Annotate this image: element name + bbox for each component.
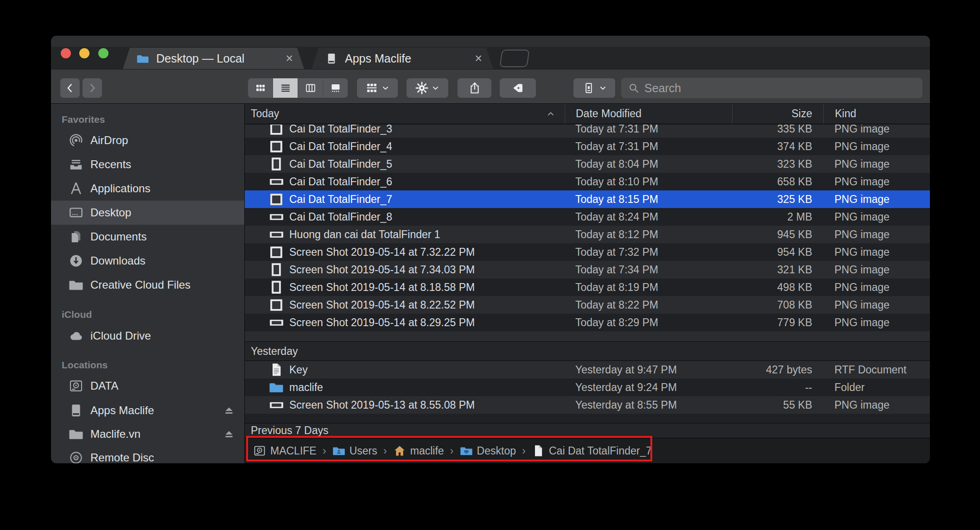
- table-row[interactable]: Screen Shot 2019-05-14 at 7.34.03 PM Tod…: [245, 261, 930, 278]
- close-tab-icon[interactable]: ×: [286, 52, 293, 65]
- table-row[interactable]: Cai Dat TotalFinder_6 Today at 8:10 PM 6…: [245, 173, 930, 190]
- back-button[interactable]: [60, 78, 80, 98]
- sidebar-item-desktop[interactable]: Desktop: [51, 201, 244, 225]
- table-row[interactable]: Screen Shot 2019-05-14 at 7.32.22 PM Tod…: [245, 243, 930, 261]
- group-header-today: Today: [251, 107, 279, 120]
- sidebar-item-maclife-vn[interactable]: Maclife.vn: [51, 422, 244, 446]
- action-menu-button[interactable]: [407, 78, 448, 98]
- file-thumbnail-icon: [269, 157, 284, 171]
- breadcrumb-desktop[interactable]: Desktop: [460, 444, 516, 457]
- drive-icon: [325, 52, 338, 65]
- internal-drive-icon: [68, 379, 84, 393]
- gallery-view-button[interactable]: [323, 78, 348, 98]
- breadcrumb-home[interactable]: maclife: [393, 444, 444, 457]
- table-row[interactable]: maclife Yesterday at 9:24 PM -- Folder: [245, 379, 930, 396]
- share-icon: [468, 82, 481, 95]
- forward-icon: [87, 82, 98, 94]
- file-thumbnail-icon: [269, 398, 284, 412]
- folder-icon: [68, 278, 84, 292]
- column-header-size[interactable]: Size: [732, 104, 823, 124]
- zoom-window-button[interactable]: [98, 48, 108, 58]
- table-row[interactable]: Key Yesterday at 9:47 PM 427 bytes RTF D…: [245, 361, 930, 379]
- document-icon: [532, 444, 545, 457]
- sidebar-item-data[interactable]: DATA: [51, 374, 244, 398]
- breadcrumb-separator: ›: [522, 444, 526, 457]
- sidebar-section-locations: Locations: [62, 360, 108, 371]
- desktop-icon: [68, 205, 84, 220]
- table-row[interactable]: Screen Shot 2019-05-14 at 8.22.52 PM Tod…: [245, 296, 930, 314]
- sidebar-item-apps-maclife[interactable]: Apps Maclife: [51, 398, 244, 423]
- applications-icon: [68, 181, 84, 196]
- sidebar-item-label: AirDrop: [90, 134, 235, 147]
- sidebar-item-label: Applications: [90, 182, 235, 195]
- sidebar-item-label: Remote Disc: [90, 451, 235, 463]
- sidebar-item-creative-cloud-files[interactable]: Creative Cloud Files: [51, 273, 244, 297]
- sidebar-item-documents[interactable]: Documents: [51, 225, 244, 249]
- table-row[interactable]: Huong dan cai dat TotalFinder 1 Today at…: [245, 226, 930, 243]
- search-icon: [628, 82, 639, 94]
- path-bar: MACLIFE › Users › maclife › Desktop › Ca…: [245, 438, 930, 463]
- file-thumbnail-icon: [269, 174, 284, 189]
- table-row[interactable]: Cai Dat TotalFinder_4 Today at 7:31 PM 3…: [245, 138, 930, 155]
- documents-icon: [68, 229, 84, 244]
- home-icon: [393, 444, 406, 457]
- finder-window: Desktop — Local × Apps Maclife ×: [51, 36, 930, 463]
- file-list: Today Date Modified Size Kind Cai Dat To…: [244, 104, 930, 463]
- close-window-button[interactable]: [61, 48, 71, 58]
- sidebar-item-icloud-drive[interactable]: iCloud Drive: [51, 324, 244, 348]
- sidebar-item-recents[interactable]: Recents: [51, 152, 244, 177]
- column-header-name[interactable]: Today: [245, 104, 565, 124]
- folder-icon: [269, 380, 284, 395]
- breadcrumb-selected-file[interactable]: Cai Dat TotalFinder_7: [532, 444, 652, 457]
- table-row[interactable]: Cai Dat TotalFinder_8 Today at 8:24 PM 2…: [245, 208, 930, 226]
- column-header-date-modified[interactable]: Date Modified: [565, 104, 732, 124]
- list-view-icon: [280, 82, 291, 94]
- sidebar-item-label: Maclife.vn: [90, 428, 223, 441]
- sidebar-item-applications[interactable]: Applications: [51, 177, 244, 201]
- minimize-window-button[interactable]: [79, 48, 89, 58]
- table-row[interactable]: Cai Dat TotalFinder_3 Today at 7:31 PM 3…: [245, 125, 930, 138]
- group-by-button[interactable]: [357, 78, 398, 98]
- downloads-icon: [68, 253, 84, 268]
- device-menu-button[interactable]: [573, 78, 615, 98]
- tag-button[interactable]: [500, 78, 536, 98]
- file-thumbnail-icon: [269, 315, 284, 330]
- grid-view-icon: [255, 82, 266, 94]
- breadcrumb-separator: ›: [383, 444, 387, 457]
- column-header-kind[interactable]: Kind: [823, 104, 930, 124]
- file-thumbnail-icon: [269, 227, 284, 242]
- back-icon: [64, 82, 76, 94]
- folder-icon: [136, 52, 150, 65]
- table-row-selected[interactable]: Cai Dat TotalFinder_7 Today at 8:15 PM 3…: [245, 190, 930, 208]
- search-placeholder: Search: [644, 82, 681, 95]
- column-view-button[interactable]: [298, 78, 323, 98]
- eject-icon[interactable]: [223, 404, 235, 416]
- icon-view-button[interactable]: [248, 78, 273, 98]
- tab-apps-maclife[interactable]: Apps Maclife ×: [312, 48, 493, 69]
- search-input[interactable]: Search: [621, 78, 923, 98]
- table-row[interactable]: Screen Shot 2019-05-14 at 8.29.25 PM Tod…: [245, 314, 930, 331]
- sidebar-item-airdrop[interactable]: AirDrop: [51, 128, 244, 152]
- eject-icon[interactable]: [223, 428, 235, 440]
- recents-icon: [68, 157, 84, 172]
- view-mode-segmented-control: [248, 78, 348, 98]
- new-tab-button[interactable]: [499, 50, 529, 67]
- tab-desktop-local[interactable]: Desktop — Local ×: [123, 48, 304, 69]
- column-view-icon: [305, 82, 316, 94]
- chevron-down-icon: [382, 84, 389, 92]
- share-button[interactable]: [458, 78, 491, 98]
- sidebar-item-remote-disc[interactable]: Remote Disc: [51, 446, 244, 463]
- forward-button[interactable]: [83, 78, 102, 98]
- rtf-document-icon: [269, 362, 284, 377]
- table-row[interactable]: Screen Shot 2019-05-14 at 8.18.58 PM Tod…: [245, 278, 930, 296]
- breadcrumb-maclife-drive[interactable]: MACLIFE: [253, 444, 317, 457]
- disc-icon: [68, 450, 84, 463]
- tab-label: Desktop — Local: [156, 52, 282, 65]
- table-row[interactable]: Screen Shot 2019-05-13 at 8.55.08 PM Yes…: [245, 396, 930, 414]
- breadcrumb-users[interactable]: Users: [332, 444, 377, 457]
- sidebar-item-label: Apps Maclife: [90, 404, 223, 417]
- sidebar-item-downloads[interactable]: Downloads: [51, 249, 244, 273]
- list-view-button[interactable]: [273, 78, 298, 98]
- table-row[interactable]: Cai Dat TotalFinder_5 Today at 8:04 PM 3…: [245, 155, 930, 173]
- close-tab-icon[interactable]: ×: [475, 52, 482, 65]
